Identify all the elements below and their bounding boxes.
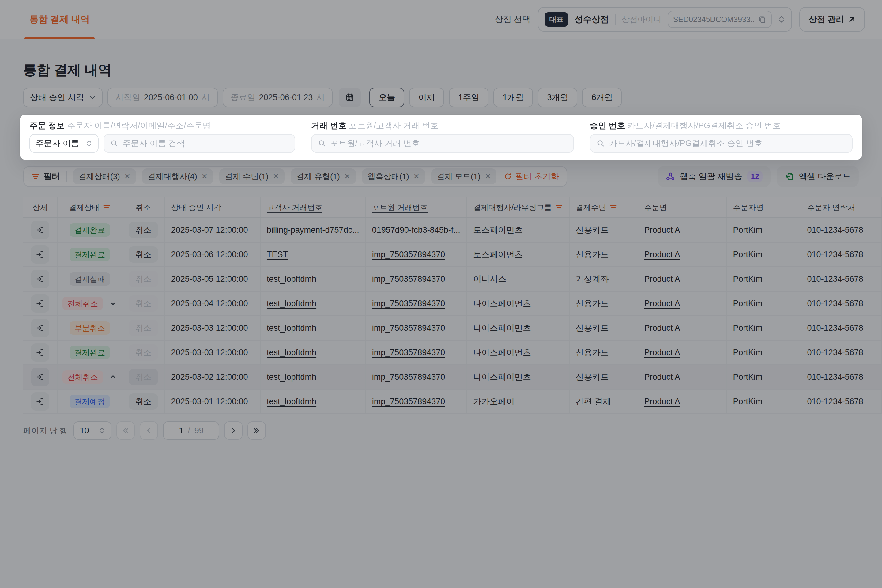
time-type-select[interactable]: 상태 승인 시각 bbox=[23, 88, 103, 107]
close-icon[interactable]: ✕ bbox=[344, 173, 350, 180]
order-name-link[interactable]: Product A bbox=[644, 299, 680, 308]
chevron-updown-icon bbox=[778, 15, 785, 24]
filter-reset-button[interactable]: 필터 초기화 bbox=[504, 171, 559, 182]
filter-chip-method[interactable]: 결제 수단(1)✕ bbox=[219, 168, 285, 184]
order-name-link[interactable]: Product A bbox=[644, 225, 680, 235]
copy-icon[interactable] bbox=[758, 15, 766, 23]
order-search-field-select[interactable]: 주문자 이름 bbox=[29, 134, 99, 153]
webhook-resend-label: 웹훅 일괄 재발송 bbox=[680, 171, 742, 182]
column-header[interactable]: 고객사 거래번호 bbox=[260, 197, 366, 218]
close-icon[interactable]: ✕ bbox=[124, 173, 130, 180]
detail-button[interactable] bbox=[31, 319, 49, 337]
next-page-button[interactable] bbox=[224, 422, 243, 440]
order-name-link[interactable]: Product A bbox=[644, 372, 680, 382]
cancel-payment-button[interactable]: 취소 bbox=[129, 246, 158, 263]
column-header[interactable]: 결제상태 bbox=[58, 197, 122, 218]
quick-range-1month[interactable]: 1개월 bbox=[494, 88, 533, 107]
first-page-button[interactable] bbox=[116, 422, 135, 440]
end-date-input[interactable]: 종료일 2025-06-01 23 시 bbox=[223, 88, 333, 107]
rows-per-page-value: 10 bbox=[80, 426, 89, 435]
page-indicator[interactable]: 1 / 99 bbox=[163, 422, 219, 440]
cancel-payment-button[interactable]: 취소 bbox=[129, 222, 158, 238]
portone-tx-link[interactable]: imp_750357894370 bbox=[372, 348, 445, 357]
close-icon[interactable]: ✕ bbox=[273, 173, 279, 180]
merchant-tx-link[interactable]: test_lopftdmh bbox=[267, 274, 316, 284]
filter-chip-mode[interactable]: 결제 모드(1)✕ bbox=[431, 168, 496, 184]
portone-tx-link[interactable]: imp_750357894370 bbox=[372, 323, 445, 333]
webhook-bulk-resend-button[interactable]: 웹훅 일괄 재발송 12 bbox=[658, 166, 771, 187]
cancel-payment-button: 취소 bbox=[129, 295, 158, 312]
calendar-button[interactable] bbox=[339, 88, 361, 107]
cancel-payment-button: 취소 bbox=[129, 320, 158, 336]
portone-tx-link[interactable]: imp_750357894370 bbox=[372, 372, 445, 382]
chevron-up-icon bbox=[109, 373, 117, 381]
store-id-value: SED02345DCOM3933.. bbox=[673, 15, 755, 24]
close-icon[interactable]: ✕ bbox=[485, 173, 491, 180]
column-header[interactable]: 결제수단 bbox=[569, 197, 638, 218]
column-header[interactable]: 결제대행사/라우팅그룹 bbox=[467, 197, 569, 218]
detail-enter-icon bbox=[36, 323, 45, 333]
merchant-tx-link[interactable]: test_lopftdmh bbox=[267, 397, 316, 406]
prev-page-button[interactable] bbox=[140, 422, 158, 440]
collapse-row-button[interactable] bbox=[109, 373, 117, 381]
quick-range-1week[interactable]: 1주일 bbox=[449, 88, 489, 107]
store-selector[interactable]: 대표 성수상점 상점아이디 SED02345DCOM3933.. bbox=[538, 7, 792, 32]
cancel-payment-button: 취소 bbox=[129, 271, 158, 287]
merchant-tx-link[interactable]: test_lopftdmh bbox=[267, 323, 316, 333]
filter-chip-type[interactable]: 결제 유형(1)✕ bbox=[291, 168, 356, 184]
merchant-tx-link[interactable]: TEST bbox=[267, 250, 288, 259]
portone-tx-link[interactable]: imp_750357894370 bbox=[372, 250, 445, 259]
order-search-group: 주문 정보 주문자 이름/연락처/이메일/주소/주문명 주문자 이름 bbox=[29, 121, 295, 153]
quick-range-yesterday[interactable]: 어제 bbox=[409, 88, 444, 107]
status-badge: 결제완료 bbox=[69, 248, 110, 261]
filter-chip-payment-status[interactable]: 결제상태(3)✕ bbox=[73, 168, 136, 184]
transaction-search-input[interactable] bbox=[330, 139, 567, 148]
merchant-tx-link[interactable]: billing-payment-d757dc... bbox=[267, 225, 359, 235]
column-header-label: 상세 bbox=[33, 202, 48, 213]
tab-integrated-payments[interactable]: 통합 결제 내역 bbox=[24, 0, 94, 39]
approval-search-input[interactable] bbox=[609, 139, 846, 148]
rows-per-page-select[interactable]: 10 bbox=[74, 422, 111, 440]
quick-range-6months[interactable]: 6개월 bbox=[582, 88, 622, 107]
detail-button[interactable] bbox=[31, 221, 49, 239]
excel-download-button[interactable]: 엑셀 다운로드 bbox=[777, 166, 859, 187]
cell-buyer-contact: 010-1234-5678 bbox=[801, 267, 882, 291]
order-name-link[interactable]: Product A bbox=[644, 274, 680, 284]
order-name-link[interactable]: Product A bbox=[644, 323, 680, 333]
order-search-hint: 주문자 이름/연락처/이메일/주소/주문명 bbox=[67, 121, 211, 130]
portone-tx-link[interactable]: imp_750357894370 bbox=[372, 397, 445, 406]
merchant-tx-link[interactable]: test_lopftdmh bbox=[267, 372, 316, 382]
merchant-tx-link[interactable]: test_lopftdmh bbox=[267, 299, 316, 308]
last-page-button[interactable] bbox=[248, 422, 266, 440]
quick-range-3months[interactable]: 3개월 bbox=[538, 88, 577, 107]
store-manage-button[interactable]: 상점 관리 bbox=[800, 7, 865, 32]
detail-button[interactable] bbox=[31, 245, 49, 264]
detail-button[interactable] bbox=[31, 343, 49, 362]
order-search-title: 주문 정보 bbox=[29, 121, 65, 130]
start-date-input[interactable]: 시작일 2025-06-01 00 시 bbox=[108, 88, 218, 107]
search-icon bbox=[110, 139, 118, 148]
detail-button[interactable] bbox=[31, 392, 49, 411]
expand-row-button[interactable] bbox=[109, 300, 117, 308]
portone-tx-link[interactable]: imp_750357894370 bbox=[372, 274, 445, 284]
portone-tx-link[interactable]: imp_750357894370 bbox=[372, 299, 445, 308]
close-icon[interactable]: ✕ bbox=[413, 173, 420, 180]
order-search-inputbox bbox=[104, 134, 295, 153]
order-name-link[interactable]: Product A bbox=[644, 250, 680, 259]
store-id-pill[interactable]: SED02345DCOM3933.. bbox=[668, 11, 772, 28]
filter-chip-pg[interactable]: 결제대행사(4)✕ bbox=[142, 168, 213, 184]
order-name-link[interactable]: Product A bbox=[644, 348, 680, 357]
quick-range-today[interactable]: 오늘 bbox=[369, 88, 404, 107]
filter-chip-webhook[interactable]: 웹훅상태(1)✕ bbox=[362, 168, 425, 184]
column-header[interactable]: 포트원 거래번호 bbox=[366, 197, 467, 218]
merchant-tx-link[interactable]: test_lopftdmh bbox=[267, 348, 316, 357]
detail-button[interactable] bbox=[31, 368, 49, 386]
close-icon[interactable]: ✕ bbox=[201, 173, 208, 180]
portone-tx-link[interactable]: 01957d90-fcb3-845b-f... bbox=[372, 225, 460, 235]
cancel-payment-button[interactable]: 취소 bbox=[129, 393, 158, 410]
order-search-input[interactable] bbox=[123, 139, 288, 148]
cell-pg-provider: 카카오페이 bbox=[467, 389, 569, 414]
order-name-link[interactable]: Product A bbox=[644, 397, 680, 406]
detail-button[interactable] bbox=[31, 270, 49, 288]
detail-button[interactable] bbox=[31, 294, 49, 313]
